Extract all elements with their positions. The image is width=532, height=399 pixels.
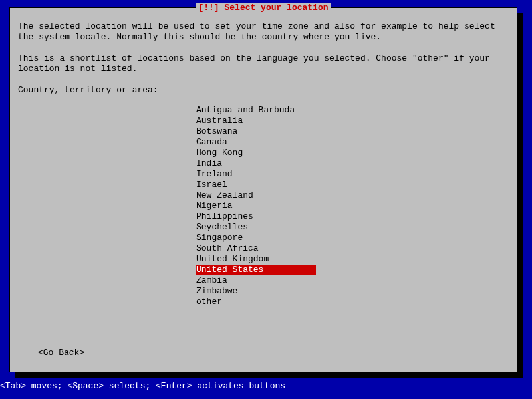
location-option[interactable]: Ireland: [196, 169, 233, 180]
location-option[interactable]: New Zealand: [196, 190, 253, 201]
location-option[interactable]: Zimbabwe: [196, 286, 237, 297]
description-paragraph-2: This is a shortlist of locations based o…: [18, 53, 509, 74]
location-option[interactable]: Australia: [196, 116, 243, 126]
location-option[interactable]: Botswana: [196, 126, 237, 137]
location-option[interactable]: Zambia: [196, 275, 227, 286]
dialog-content: The selected location will be used to se…: [18, 21, 509, 307]
keyboard-hint: <Tab> moves; <Space> selects; <Enter> ac…: [0, 381, 285, 392]
location-option[interactable]: Singapore: [196, 233, 243, 243]
location-option[interactable]: Hong Kong: [196, 148, 243, 158]
location-option[interactable]: Israel: [196, 180, 227, 190]
dialog-title: [!!] Select your location: [196, 3, 331, 13]
location-option[interactable]: Seychelles: [196, 222, 248, 233]
description-paragraph-1: The selected location will be used to se…: [18, 21, 509, 43]
location-option[interactable]: Nigeria: [196, 201, 233, 211]
location-option[interactable]: United States: [196, 265, 316, 275]
location-option[interactable]: India: [196, 158, 222, 169]
location-option[interactable]: United Kingdom: [196, 254, 269, 265]
field-prompt: Country, territory or area:: [18, 85, 509, 96]
location-dialog: [!!] Select your location The selected l…: [9, 7, 517, 372]
dialog-title-bar: [!!] Select your location: [10, 3, 517, 13]
location-option[interactable]: Antigua and Barbuda: [196, 105, 295, 116]
go-back-button[interactable]: <Go Back>: [38, 348, 84, 358]
location-option[interactable]: South Africa: [196, 243, 259, 254]
location-option[interactable]: other: [196, 297, 222, 307]
location-option[interactable]: Canada: [196, 137, 227, 148]
location-option[interactable]: Philippines: [196, 211, 253, 222]
location-list[interactable]: Antigua and BarbudaAustraliaBotswanaCana…: [196, 105, 509, 307]
